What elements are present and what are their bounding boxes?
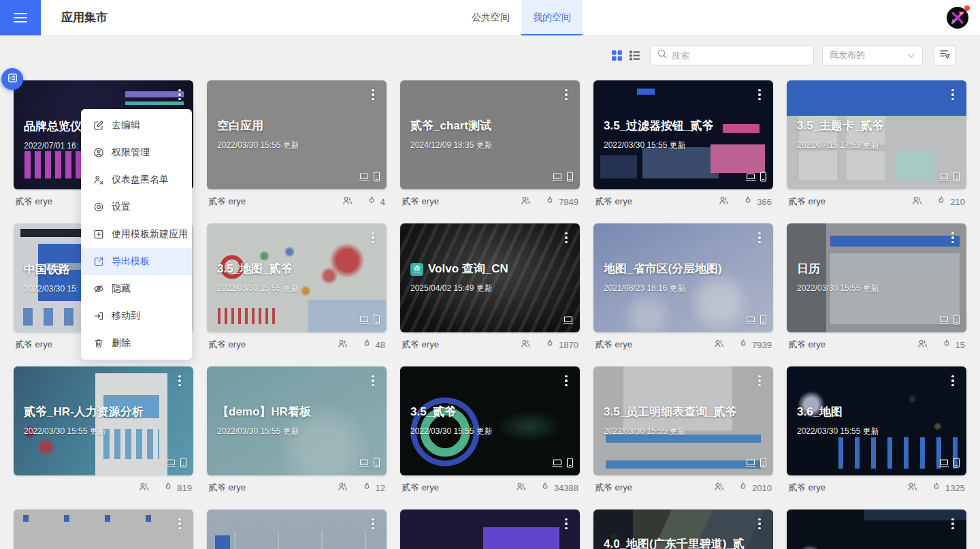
- app-thumbnail[interactable]: 地图_省市区(分层地图) 2021/08/23 18:16 更新: [593, 223, 773, 332]
- menu-item-export-template[interactable]: 导出模板: [81, 248, 192, 275]
- menu-item-permission[interactable]: 权限管理: [81, 139, 192, 166]
- app-card: 3.5_地图_贰爷 2022/03/30 15:55 更新 贰爷 erye: [207, 223, 387, 357]
- side-panel-toggle-button[interactable]: [1, 68, 23, 90]
- card-more-menu-icon[interactable]: [559, 372, 574, 390]
- app-thumbnail[interactable]: 3.5_过滤器按钮_贰爷 2022/03/30 15:55 更新: [593, 80, 773, 189]
- list-view-icon[interactable]: [629, 50, 640, 61]
- mobile-icon: [566, 458, 574, 471]
- heat-icon: [932, 482, 941, 495]
- app-thumbnail[interactable]: 日历 2022/03/30 15:55 更新: [787, 223, 966, 332]
- card-stats: 210: [911, 195, 965, 208]
- card-author: 贰爷 erye: [402, 339, 439, 351]
- card-more-menu-icon[interactable]: [365, 86, 380, 104]
- app-thumbnail[interactable]: [787, 509, 966, 549]
- card-stats: 7939: [713, 339, 772, 351]
- menu-item-hide[interactable]: 隐藏: [81, 275, 192, 302]
- app-thumbnail[interactable]: 查 Volvo 查询_CN 2025/04/02 15:49 更新: [400, 223, 580, 332]
- search-input[interactable]: [672, 50, 806, 61]
- app-thumbnail[interactable]: 【demo】HR看板 2022/03/30 15:55 更新: [207, 366, 387, 475]
- card-context-menu: 去编辑权限管理仪表盘黑名单设置使用模板新建应用导出模板隐藏移动到删除: [81, 109, 192, 360]
- desktop-icon: [552, 172, 563, 185]
- app-thumbnail[interactable]: 3.5_主题卡_贰爷 2021/07/15 17:53 更新: [787, 80, 966, 189]
- card-title: 3.5_贰爷: [410, 405, 456, 420]
- card-more-menu-icon[interactable]: [559, 86, 574, 104]
- card-more-menu-icon[interactable]: [945, 229, 960, 247]
- search-icon: [657, 49, 667, 61]
- collaborators-icon: [520, 339, 532, 351]
- app-card: 贰爷_chart测试 2024/12/09 18:35 更新 贰爷 erye: [400, 80, 580, 214]
- card-more-menu-icon[interactable]: [365, 229, 380, 247]
- card-updated-date: 2022/03/30 15:55 更新: [24, 426, 183, 437]
- export-template-icon: [93, 256, 104, 267]
- mobile-icon: [566, 172, 574, 185]
- publish-list-button[interactable]: [934, 45, 956, 65]
- filter-dropdown[interactable]: 我发布的: [822, 45, 923, 65]
- app-thumbnail[interactable]: [14, 509, 193, 549]
- card-stats: 15: [917, 339, 965, 351]
- heat-icon: [738, 339, 748, 351]
- grid-view-icon[interactable]: [611, 50, 623, 61]
- app-thumbnail[interactable]: 4.0_地图(广东千里碧道)_贰: [593, 509, 773, 549]
- view-count: 4: [380, 197, 385, 207]
- card-updated-date: 2022/03/30 15:55 更新: [217, 283, 376, 294]
- card-more-menu-icon[interactable]: [945, 372, 960, 390]
- card-more-menu-icon[interactable]: [172, 86, 187, 104]
- app-thumbnail[interactable]: 贰爷_HR-人力资源分析 2022/03/30 15:55 更新: [14, 366, 193, 475]
- app-thumbnail[interactable]: [207, 509, 387, 549]
- card-author: 贰爷 erye: [402, 195, 439, 208]
- app-thumbnail[interactable]: 3.5_员工明细表查询_贰爷 2022/03/30 15:55 更新: [593, 366, 773, 475]
- card-more-menu-icon[interactable]: [559, 229, 574, 247]
- tab-public-space[interactable]: 公共空间: [460, 0, 521, 35]
- app-thumbnail[interactable]: 3.6_地图 2022/03/30 15:55 更新: [787, 366, 966, 475]
- card-more-menu-icon[interactable]: [172, 515, 187, 533]
- card-author: 贰爷 erye: [595, 482, 632, 494]
- menu-item-edit[interactable]: 去编辑: [81, 112, 192, 139]
- card-updated-date: 2025/04/02 15:49 更新: [410, 283, 570, 294]
- card-more-menu-icon[interactable]: [752, 86, 767, 104]
- card-more-menu-icon[interactable]: [752, 515, 767, 533]
- supported-devices: [359, 315, 380, 328]
- desktop-icon: [938, 315, 949, 328]
- tab-my-space[interactable]: 我的空间: [521, 0, 583, 35]
- view-count: 48: [376, 340, 385, 350]
- menu-item-dashboard-blacklist[interactable]: 仪表盘黑名单: [81, 166, 192, 193]
- menu-item-settings[interactable]: 设置: [81, 193, 192, 221]
- card-footer: 贰爷 erye 48: [207, 332, 387, 357]
- card-more-menu-icon[interactable]: [945, 515, 960, 533]
- app-thumbnail[interactable]: 空白应用 2022/03/30 15:55 更新: [207, 80, 387, 189]
- app-thumbnail[interactable]: 贰爷_chart测试 2024/12/09 18:35 更新: [400, 80, 580, 189]
- search-box: [650, 45, 814, 65]
- card-overlay: [787, 509, 966, 549]
- app-card: 3.5_贰爷 2022/03/30 15:55 更新 贰爷 erye: [400, 366, 580, 500]
- collaborators-icon: [337, 482, 348, 495]
- header: 应用集市 公共空间 我的空间: [0, 0, 980, 35]
- desktop-icon: [359, 458, 370, 471]
- card-more-menu-icon[interactable]: [752, 229, 767, 247]
- card-more-menu-icon[interactable]: [172, 372, 187, 390]
- app-card: 贰爷_HR-人力资源分析 2022/03/30 15:55 更新: [14, 366, 193, 500]
- card-more-menu-icon[interactable]: [365, 372, 380, 390]
- heat-icon: [540, 482, 550, 495]
- app-thumbnail[interactable]: [400, 509, 580, 549]
- card-title: 【demo】HR看板: [217, 405, 311, 420]
- app-thumbnail[interactable]: 3.5_贰爷 2022/03/30 15:55 更新: [400, 366, 580, 475]
- view-count: 210: [950, 197, 965, 207]
- heat-icon: [743, 195, 753, 208]
- collaborators-icon: [520, 195, 532, 208]
- card-more-menu-icon[interactable]: [559, 515, 574, 533]
- card-more-menu-icon[interactable]: [752, 372, 767, 390]
- menu-item-delete[interactable]: 删除: [81, 330, 192, 357]
- menu-item-new-from-template[interactable]: 使用模板新建应用: [81, 221, 192, 248]
- mobile-icon: [760, 172, 767, 185]
- view-toggle: [611, 50, 640, 61]
- hamburger-menu-button[interactable]: [0, 0, 41, 35]
- user-avatar[interactable]: [947, 7, 968, 29]
- app-thumbnail[interactable]: 3.5_地图_贰爷 2022/03/30 15:55 更新: [207, 223, 387, 332]
- card-more-menu-icon[interactable]: [365, 515, 380, 533]
- supported-devices: [359, 458, 380, 471]
- card-updated-date: 2022/03/30 15:55 更新: [217, 140, 376, 151]
- panel-list-icon: [7, 72, 18, 86]
- menu-item-move-to[interactable]: 移动到: [81, 302, 192, 330]
- card-more-menu-icon[interactable]: [945, 86, 960, 104]
- collaborators-icon: [337, 339, 348, 351]
